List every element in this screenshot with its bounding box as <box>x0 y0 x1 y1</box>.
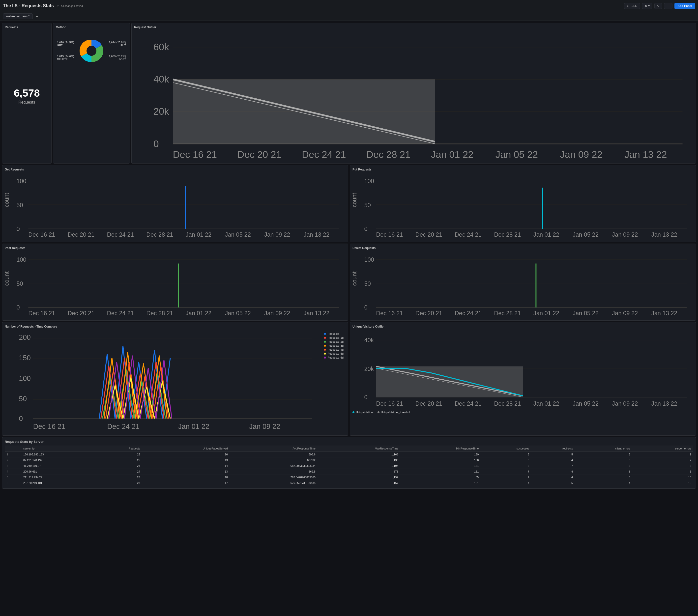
cell-min-response: 130 <box>400 457 481 463</box>
table-body: 1 156.196.182.183 25 16 698.6 1,168 139 … <box>5 451 693 486</box>
cell-client-errors: 6 <box>575 451 632 457</box>
page-title: The IIS - Requests Stats <box>3 3 54 9</box>
table-row: 1 156.196.182.183 25 16 698.6 1,168 139 … <box>5 451 693 457</box>
cell-server-ip: 41.249.110.27 <box>21 463 95 468</box>
row-3: Post Requests 100 50 0 count Dec 16 21 D… <box>2 243 696 321</box>
time-range-control[interactable]: ⏱ -30D <box>624 3 640 9</box>
col-successes: successes <box>480 446 531 452</box>
add-panel-button[interactable]: Add Panel <box>674 3 695 9</box>
svg-text:0: 0 <box>17 304 20 311</box>
legend-requests-2d: Requests_2d <box>324 340 344 343</box>
refresh-control[interactable]: ↻ ▾ <box>642 3 652 9</box>
cell-unique-pages: 13 <box>142 457 230 463</box>
col-server-ip: server_ip <box>21 446 95 452</box>
delete-requests-panel: Delete Requests 100 50 0 count Dec 16 21… <box>350 243 696 321</box>
row-2: Get Requests 100 50 0 count Dec 16 21 De… <box>2 165 696 242</box>
svg-text:Dec 20 21: Dec 20 21 <box>416 231 442 238</box>
svg-text:Jan 13 22: Jan 13 22 <box>652 401 677 407</box>
requests-stats-table: server_ip Requests UniquePagesServed Avg… <box>5 446 693 486</box>
svg-point-0 <box>86 46 96 56</box>
cell-client-errors: 5 <box>575 474 632 480</box>
cell-requests: 24 <box>95 463 142 468</box>
svg-text:20k: 20k <box>364 365 374 372</box>
svg-text:Jan 01 22: Jan 01 22 <box>533 310 559 317</box>
cell-min-response: 151 <box>400 463 481 468</box>
col-max-response: MaxResponseTime <box>318 446 400 452</box>
share-icon[interactable]: ↗ <box>56 4 59 8</box>
svg-text:60k: 60k <box>153 42 169 52</box>
svg-text:Jan 01 22: Jan 01 22 <box>431 149 473 160</box>
svg-text:40k: 40k <box>153 74 169 84</box>
svg-text:Dec 20 21: Dec 20 21 <box>237 149 282 160</box>
legend-dot-2d <box>324 341 326 343</box>
svg-text:Jan 05 22: Jan 05 22 <box>495 149 538 160</box>
svg-text:Dec 16 21: Dec 16 21 <box>28 310 55 317</box>
svg-text:Jan 09 22: Jan 09 22 <box>612 231 638 238</box>
legend-label-1d: Requests_1d <box>327 336 344 339</box>
col-avg-response: AvgResponseTime <box>230 446 318 452</box>
svg-text:Jan 09 22: Jan 09 22 <box>560 149 602 160</box>
legend-label-uvt: UniqueVisitors_threshold <box>381 411 411 414</box>
post-requests-title: Post Requests <box>5 246 346 250</box>
filter-control[interactable]: ▽ <box>654 3 662 9</box>
svg-text:Jan 01 22: Jan 01 22 <box>533 231 559 238</box>
post-requests-panel: Post Requests 100 50 0 count Dec 16 21 D… <box>2 243 348 321</box>
svg-text:count: count <box>5 193 10 207</box>
svg-text:50: 50 <box>19 395 27 403</box>
pie-label-get: 1,610 (24.5%) GET <box>57 41 74 47</box>
cell-requests: 23 <box>95 474 142 480</box>
cell-avg-response: 698.6 <box>230 451 318 457</box>
svg-text:50: 50 <box>17 280 23 287</box>
svg-text:Jan 13 22: Jan 13 22 <box>304 231 330 238</box>
legend-dot-unique-visitors <box>352 411 354 413</box>
cell-server-ip: 211.211.234.22 <box>21 474 95 480</box>
cell-requests: 25 <box>95 451 142 457</box>
tab-webserver-farm[interactable]: webserver_farm * <box>3 13 33 19</box>
cell-client-errors: 8 <box>575 468 632 474</box>
more-control[interactable]: ⋯ <box>664 3 672 9</box>
svg-text:count: count <box>352 193 358 207</box>
svg-text:Dec 28 21: Dec 28 21 <box>146 231 173 238</box>
svg-text:Dec 24 21: Dec 24 21 <box>455 310 481 317</box>
add-tab-button[interactable]: + <box>34 14 40 19</box>
cell-server-ip: 23.120.219.101 <box>21 480 95 486</box>
col-unique-pages: UniquePagesServed <box>142 446 230 452</box>
request-outlier-panel: Request Outlier 60k 40k 20k 0 Dec 16 21 <box>131 23 696 164</box>
svg-text:50: 50 <box>17 202 23 208</box>
legend-label-uv: UniqueVisitors <box>356 411 374 414</box>
svg-text:Dec 20 21: Dec 20 21 <box>68 310 95 317</box>
cell-requests: 24 <box>95 468 142 474</box>
svg-text:Dec 28 21: Dec 28 21 <box>494 310 521 317</box>
legend-unique-visitors-threshold: UniqueVisitors_threshold <box>377 411 411 414</box>
svg-text:Dec 28 21: Dec 28 21 <box>494 401 521 407</box>
cell-server-ip: 200.96.691 <box>21 468 95 474</box>
col-requests: Requests <box>95 446 142 452</box>
requests-title: Requests <box>5 26 18 29</box>
cell-client-errors: 6 <box>575 463 632 468</box>
cell-redirects: 4 <box>531 457 575 463</box>
post-requests-chart: 100 50 0 count Dec 16 21 Dec 20 21 Dec 2… <box>5 252 346 317</box>
pie-label-delete: 1,615 (24.6%) DELETE <box>57 55 74 61</box>
svg-text:Jan 05 22: Jan 05 22 <box>573 310 598 317</box>
svg-text:Jan 09 22: Jan 09 22 <box>612 401 638 407</box>
cell-client-errors: 4 <box>575 480 632 486</box>
legend-dot-4d <box>324 349 326 351</box>
svg-text:0: 0 <box>364 394 367 401</box>
svg-text:100: 100 <box>19 374 31 382</box>
svg-text:Dec 16 21: Dec 16 21 <box>28 231 55 238</box>
cell-unique-pages: 13 <box>142 468 230 474</box>
row-1: Requests 6,578 Requests Method 1,610 (24… <box>2 23 696 164</box>
cell-num: 4 <box>5 468 21 474</box>
requests-stats-panel: Requests Stats by Server server_ip Reque… <box>2 437 696 489</box>
cell-num: 1 <box>5 451 21 457</box>
cell-successes: 4 <box>480 480 531 486</box>
svg-text:Dec 28 21: Dec 28 21 <box>494 231 521 238</box>
delete-requests-title: Delete Requests <box>352 246 693 250</box>
table-row: 6 23.120.219.101 23 17 676.6521739130435… <box>5 480 693 486</box>
cell-server-errors: 10 <box>632 474 693 480</box>
cell-server-errors: 5 <box>632 468 693 474</box>
more-icon: ⋯ <box>667 4 670 8</box>
cell-server-errors: 9 <box>632 451 693 457</box>
legend-label-requests: Requests <box>327 332 339 335</box>
cell-min-response: 65 <box>400 474 481 480</box>
